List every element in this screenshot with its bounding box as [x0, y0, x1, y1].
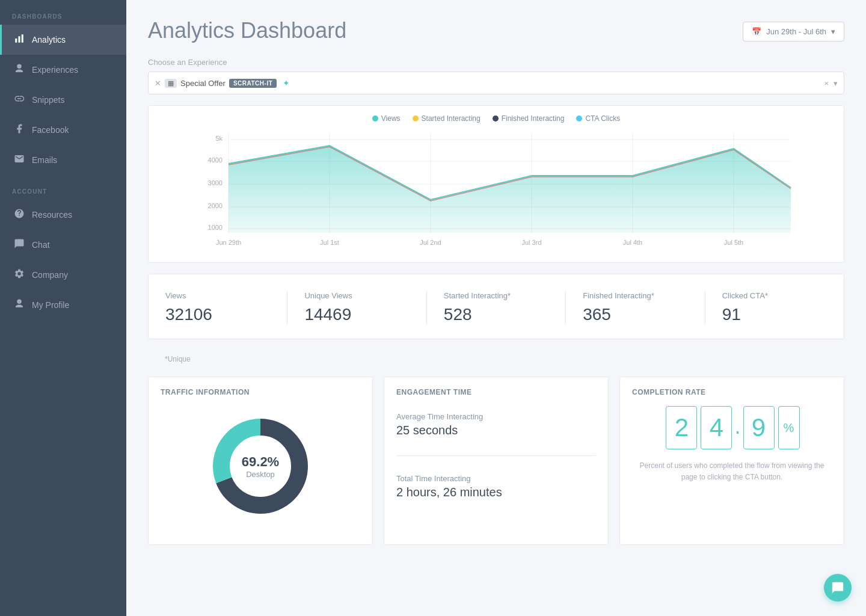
completion-rate-title: Completion Rate: [632, 388, 832, 396]
svg-text:1000: 1000: [208, 224, 223, 231]
account-section-label: ACCOUNT: [0, 175, 126, 200]
stat-cta-value: 91: [722, 305, 827, 324]
legend-dot-views: [372, 116, 378, 122]
dashboards-section-label: DASHBOARDS: [0, 0, 126, 25]
stat-cta: Clicked CTA* 91: [705, 291, 844, 324]
sidebar-item-company[interactable]: Company: [0, 260, 126, 290]
svg-rect-0: [15, 38, 17, 43]
stat-unique-views: Unique Views 14469: [287, 291, 426, 324]
choose-experience-label: Choose an Experience: [148, 58, 844, 67]
donut-chart-svg: [206, 412, 315, 520]
date-range-text: Jun 29th - Jul 6th: [766, 27, 826, 36]
sidebar-item-analytics[interactable]: Analytics: [0, 25, 126, 55]
legend-label-finished: Finished Interacting: [502, 114, 565, 123]
stat-views-label: Views: [165, 291, 270, 300]
experience-star-icon: ✦: [283, 78, 290, 88]
sidebar-item-facebook[interactable]: Facebook: [0, 115, 126, 145]
stat-views-value: 32106: [165, 305, 270, 324]
sidebar-item-emails[interactable]: Emails: [0, 145, 126, 175]
donut-chart-wrap: 69.2% Desktop: [161, 406, 360, 526]
completion-dot: .: [734, 414, 740, 442]
engagement-divider: [396, 455, 596, 456]
sidebar-label-resources: Resources: [32, 210, 72, 220]
calendar-icon: 📅: [752, 27, 761, 36]
completion-digit-2: 4: [701, 406, 732, 449]
legend-started: Started Interacting: [413, 114, 481, 123]
bottom-row: Traffic Information 69.2% Desktop Engage…: [148, 377, 844, 545]
experience-selector[interactable]: ✕ ▦ Special Offer SCRATCH-IT ✦ × ▾: [148, 72, 844, 94]
facebook-icon: [14, 123, 25, 137]
chat-icon: [14, 238, 25, 251]
experience-type-badge: SCRATCH-IT: [229, 79, 277, 88]
svg-text:Jul 4th: Jul 4th: [623, 239, 642, 246]
chat-fab-button[interactable]: [824, 574, 852, 602]
line-chart-card: Views Started Interacting Finished Inter…: [148, 105, 844, 263]
unique-note: *Unique: [148, 350, 844, 366]
svg-text:Jul 5th: Jul 5th: [724, 239, 743, 246]
stat-views: Views 32106: [149, 291, 287, 324]
sidebar-label-emails: Emails: [32, 155, 57, 165]
legend-label-cta: CTA Clicks: [585, 114, 620, 123]
completion-pct-symbol: %: [778, 406, 800, 449]
total-time-section: Total Time Interacting 2 hours, 26 minut…: [396, 468, 596, 505]
experience-tag: ✕ ▦ Special Offer SCRATCH-IT ✦: [155, 78, 290, 88]
svg-point-28: [230, 436, 290, 496]
sidebar-label-chat: Chat: [32, 240, 50, 250]
sidebar-item-snippets[interactable]: Snippets: [0, 85, 126, 115]
stat-cta-label: Clicked CTA*: [722, 291, 827, 300]
completion-digit-1: 2: [666, 406, 697, 449]
stat-unique-views-label: Unique Views: [304, 291, 409, 300]
experience-tag-close[interactable]: ✕: [155, 79, 161, 88]
avg-time-section: Average Time Interacting 25 seconds: [396, 406, 596, 443]
legend-label-started: Started Interacting: [422, 114, 481, 123]
sidebar-label-myprofile: My Profile: [32, 300, 69, 310]
experience-selector-end[interactable]: × ▾: [824, 79, 838, 88]
person-icon: [14, 298, 25, 312]
stat-unique-views-value: 14469: [304, 305, 409, 324]
svg-rect-1: [19, 36, 20, 43]
experience-clear-label: ×: [824, 79, 829, 88]
stat-finished: Finished Interacting* 365: [566, 291, 705, 324]
legend-dot-finished: [493, 116, 499, 122]
avg-time-value: 25 seconds: [396, 424, 596, 437]
legend-dot-started: [413, 116, 419, 122]
stats-card: Views 32106 Unique Views 14469 Started I…: [148, 274, 844, 339]
total-time-value: 2 hours, 26 minutes: [396, 485, 596, 499]
page-header: Analytics Dashboard 📅 Jun 29th - Jul 6th…: [148, 18, 844, 43]
help-icon: [14, 208, 25, 221]
sidebar-item-myprofile[interactable]: My Profile: [0, 290, 126, 320]
sidebar-item-resources[interactable]: Resources: [0, 200, 126, 230]
experiences-icon: [14, 63, 25, 76]
chevron-down-icon: ▾: [831, 27, 835, 36]
legend-label-views: Views: [381, 114, 401, 123]
completion-digit-3: 9: [743, 406, 775, 449]
svg-text:2000: 2000: [208, 202, 223, 209]
snippets-icon: [14, 93, 25, 106]
chevron-down-icon: ▾: [834, 79, 838, 88]
line-chart-svg: 5k 4000 3000 2000 1000: [161, 128, 832, 248]
chart-legend: Views Started Interacting Finished Inter…: [149, 106, 844, 128]
total-time-label: Total Time Interacting: [396, 474, 596, 483]
svg-text:Jun 29th: Jun 29th: [216, 239, 241, 246]
legend-finished: Finished Interacting: [493, 114, 565, 123]
completion-description: Percent of users who completed the flow …: [632, 460, 832, 483]
sidebar-item-experiences[interactable]: Experiences: [0, 55, 126, 85]
date-range-button[interactable]: 📅 Jun 29th - Jul 6th ▾: [743, 22, 844, 42]
sidebar-label-company: Company: [32, 270, 68, 280]
sidebar-label-analytics: Analytics: [32, 35, 66, 45]
main-content: Analytics Dashboard 📅 Jun 29th - Jul 6th…: [126, 0, 866, 616]
page-title: Analytics Dashboard: [148, 18, 346, 43]
traffic-info-card: Traffic Information 69.2% Desktop: [148, 377, 373, 545]
completion-numbers: 2 4 . 9 %: [632, 406, 832, 449]
experience-name: Special Offer: [180, 79, 226, 88]
engagement-time-title: Engagement Time: [396, 388, 596, 396]
legend-cta: CTA Clicks: [576, 114, 620, 123]
svg-text:Jul 2nd: Jul 2nd: [420, 239, 441, 246]
legend-views: Views: [372, 114, 401, 123]
stat-finished-label: Finished Interacting*: [583, 291, 687, 300]
sidebar-item-chat[interactable]: Chat: [0, 230, 126, 260]
engagement-time-card: Engagement Time Average Time Interacting…: [384, 377, 609, 545]
stat-finished-value: 365: [583, 305, 687, 324]
experience-icon: ▦: [165, 79, 177, 88]
completion-rate-card: Completion Rate 2 4 . 9 % Percent of use…: [619, 377, 844, 545]
